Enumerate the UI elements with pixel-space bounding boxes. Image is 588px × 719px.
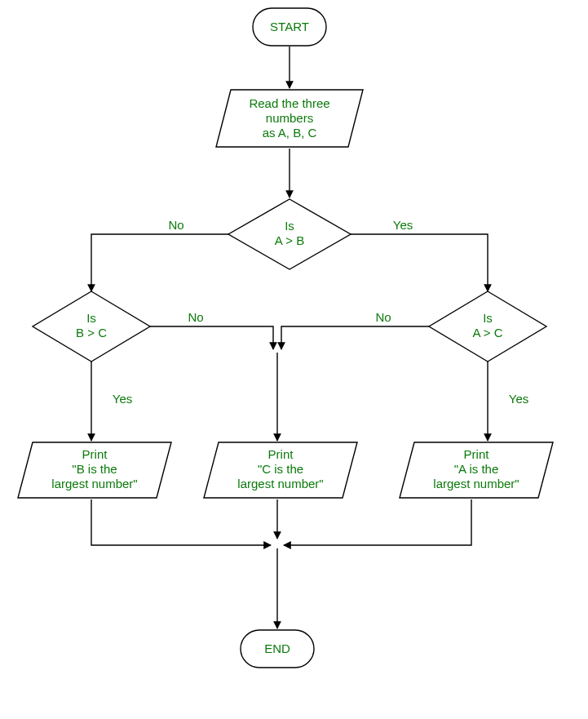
- node-ac-line1: Is: [483, 311, 493, 325]
- node-printB-line3: largest number": [51, 477, 137, 490]
- node-read-line2: numbers: [266, 111, 313, 125]
- edge-printB-to-join: [91, 499, 271, 545]
- edge-ab-no-to-bc: [91, 234, 230, 291]
- node-decision-ab: Is A > B: [228, 199, 351, 269]
- node-printC-line2: "C is the: [258, 462, 303, 476]
- node-read: Read the three numbers as A, B, C: [216, 90, 363, 147]
- edge-ab-yes-to-ac: [349, 234, 488, 291]
- edge-label-bc-no: No: [188, 310, 203, 324]
- edge-bc-no-to-merge: [148, 326, 273, 349]
- node-printB-line1: Print: [82, 447, 108, 461]
- node-end-label: END: [264, 641, 290, 655]
- node-printB-line2: "B is the: [72, 462, 117, 476]
- node-ac-line2: A > C: [472, 326, 502, 340]
- node-read-line1: Read the three: [249, 96, 329, 110]
- node-bc-line1: Is: [86, 311, 96, 325]
- flowchart-canvas: No Yes Yes No Yes No START Read the thre…: [0, 0, 588, 719]
- edge-label-bc-yes: Yes: [113, 392, 132, 406]
- node-read-line3: as A, B, C: [263, 126, 317, 140]
- node-printC-line3: largest number": [237, 477, 323, 490]
- node-printA-line2: "A is the: [454, 462, 499, 476]
- edge-printA-to-join: [284, 499, 471, 545]
- node-print-c: Print "C is the largest number": [204, 442, 357, 498]
- node-ab-line1: Is: [285, 219, 294, 233]
- edge-label-ab-yes: Yes: [393, 218, 413, 232]
- node-decision-bc: Is B > C: [33, 291, 150, 362]
- node-end: END: [241, 630, 314, 668]
- node-start-label: START: [270, 20, 309, 33]
- edge-ac-no-to-merge: [281, 326, 431, 349]
- edge-label-ac-no: No: [375, 310, 391, 324]
- node-printA-line1: Print: [464, 447, 490, 461]
- edge-label-ac-yes: Yes: [509, 392, 528, 406]
- node-print-a: Print "A is the largest number": [400, 442, 553, 498]
- node-bc-line2: B > C: [76, 326, 107, 340]
- node-decision-ac: Is A > C: [429, 291, 546, 362]
- node-print-b: Print "B is the largest number": [18, 442, 171, 498]
- node-printC-line1: Print: [268, 447, 294, 461]
- edge-label-ab-no: No: [168, 218, 183, 232]
- node-start: START: [253, 8, 326, 46]
- node-ab-line2: A > B: [275, 233, 304, 247]
- node-printA-line3: largest number": [433, 477, 519, 490]
